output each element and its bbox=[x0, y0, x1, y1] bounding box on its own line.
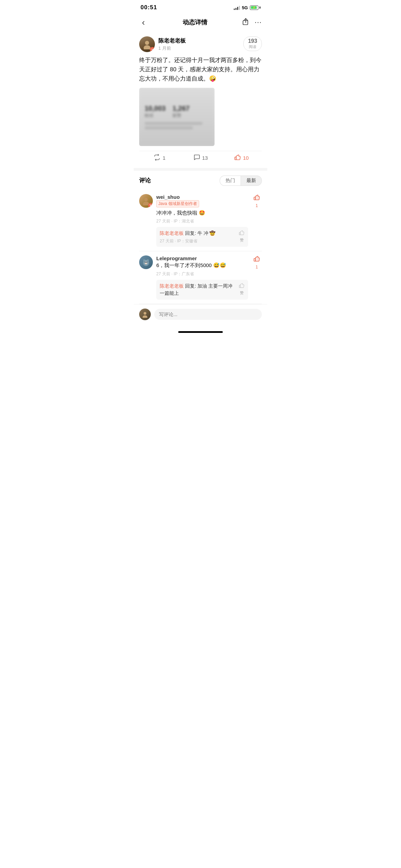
comment-text-2: 6，我一年了才不到5000 😅😅 bbox=[156, 262, 248, 269]
fans-count: 10,003 bbox=[145, 105, 166, 112]
svg-point-15 bbox=[146, 262, 147, 263]
reply-like-label-1: 赞 bbox=[240, 238, 244, 243]
avatar-2-img bbox=[139, 255, 153, 269]
svg-rect-17 bbox=[239, 285, 240, 288]
filter-hot-button[interactable]: 热门 bbox=[220, 176, 241, 186]
comment-username-1: wei_shuo bbox=[156, 194, 248, 200]
more-button[interactable]: ··· bbox=[255, 18, 262, 27]
status-time: 00:51 bbox=[141, 4, 157, 11]
comment-icon bbox=[193, 154, 200, 162]
comment-item: V wei_shuo Java 领域新星创作者 冲冲冲，我也快啦 🤩 27 天前… bbox=[139, 190, 262, 252]
author-avatar[interactable]: V bbox=[139, 36, 155, 52]
reply-body-1: 陈老老老板 回复: 牛 冲 🤠 27 天前 · IP：安徽省 bbox=[160, 230, 236, 244]
like-icon bbox=[234, 154, 241, 162]
reply-like-label-2: 赞 bbox=[240, 290, 244, 296]
comment-tag-1: Java 领域新星创作者 bbox=[156, 200, 199, 207]
likes-stat: 1,267 获赞 bbox=[172, 105, 190, 119]
reply-like-icon-1[interactable] bbox=[239, 230, 245, 238]
fans-label: 粉丝 bbox=[145, 112, 166, 119]
network-type: 5G bbox=[242, 5, 248, 10]
reply-2: 陈老老老板 回复: 加油 主要一周冲一篇能上 赞 bbox=[156, 280, 248, 300]
post-actions: 1 13 10 bbox=[139, 151, 262, 163]
svg-point-6 bbox=[144, 198, 148, 201]
comment-right-1: 1 bbox=[252, 194, 262, 247]
image-text-lines bbox=[145, 122, 209, 129]
svg-point-19 bbox=[144, 312, 146, 315]
svg-rect-8 bbox=[239, 232, 240, 235]
comment-meta-2: 27 天前 · IP：广东省 bbox=[156, 271, 248, 277]
likes-label: 获赞 bbox=[172, 112, 190, 119]
svg-rect-18 bbox=[254, 258, 255, 261]
svg-point-3 bbox=[144, 45, 150, 49]
current-user-avatar bbox=[139, 309, 151, 320]
svg-point-20 bbox=[143, 315, 147, 318]
battery-icon: ⚡ bbox=[250, 5, 260, 10]
status-icons: 5G ⚡ bbox=[234, 5, 260, 10]
svg-point-2 bbox=[145, 41, 149, 45]
write-comment-bar bbox=[134, 304, 267, 328]
filter-new-button[interactable]: 最新 bbox=[241, 176, 262, 186]
comments-section: 评论 热门 最新 V wei_shuo Java 领域新星创作者 冲冲冲，我也快… bbox=[134, 171, 267, 304]
home-bar bbox=[178, 331, 223, 333]
comments-header: 评论 热门 最新 bbox=[139, 171, 262, 190]
likes-count: 1,267 bbox=[172, 105, 190, 112]
comment-button[interactable]: 13 bbox=[180, 154, 221, 162]
read-count-badge: 193 阅读 bbox=[243, 36, 262, 51]
comments-title: 评论 bbox=[139, 177, 151, 184]
share-icon bbox=[242, 18, 250, 25]
reply-body-2: 陈老老老板 回复: 加油 主要一周冲一篇能上 bbox=[160, 282, 236, 297]
reply-like-2: 赞 bbox=[239, 282, 245, 296]
post-image[interactable]: 10,003 粉丝 1,267 获赞 bbox=[139, 88, 215, 146]
comment-username-2: Leleprogrammer bbox=[156, 255, 248, 261]
image-stats: 10,003 粉丝 1,267 获赞 bbox=[145, 105, 209, 119]
post-image-inner: 10,003 粉丝 1,267 获赞 bbox=[139, 88, 215, 146]
share-button[interactable] bbox=[242, 18, 250, 27]
comment-like-icon-2[interactable] bbox=[253, 255, 260, 264]
read-number: 193 bbox=[248, 38, 257, 44]
svg-point-14 bbox=[145, 262, 146, 263]
comment-avatar-2[interactable] bbox=[139, 255, 153, 269]
comments-filter: 热门 最新 bbox=[220, 176, 262, 186]
reply-like-icon-2[interactable] bbox=[239, 282, 245, 290]
post-card: V 陈老老老板 1 月前 193 阅读 终于万粉了。还记得十月一我才两百多粉，到… bbox=[134, 32, 267, 168]
home-indicator bbox=[134, 328, 267, 334]
author-text-info: 陈老老老板 1 月前 bbox=[158, 37, 186, 51]
comment-like-icon-1[interactable] bbox=[253, 194, 260, 202]
author-info: V 陈老老老板 1 月前 bbox=[139, 36, 186, 52]
comment-count: 13 bbox=[202, 155, 208, 161]
page-title: 动态详情 bbox=[183, 18, 207, 26]
svg-point-16 bbox=[145, 263, 147, 264]
repost-count: 1 bbox=[162, 155, 165, 161]
like-button[interactable]: 10 bbox=[221, 154, 262, 162]
back-button[interactable]: ‹ bbox=[139, 16, 148, 28]
repost-icon bbox=[154, 154, 160, 162]
comment-body-1: wei_shuo Java 领域新星创作者 冲冲冲，我也快啦 🤩 27 天前 ·… bbox=[156, 194, 248, 247]
comment-item-2: Leleprogrammer 6，我一年了才不到5000 😅😅 27 天前 · … bbox=[139, 251, 262, 304]
svg-rect-9 bbox=[254, 197, 255, 200]
comment-text-1: 冲冲冲，我也快啦 🤩 bbox=[156, 209, 248, 217]
verified-badge-1: V bbox=[148, 203, 153, 208]
nav-actions: ··· bbox=[242, 18, 262, 27]
post-time: 1 月前 bbox=[158, 45, 186, 51]
verified-badge: V bbox=[150, 47, 155, 52]
reply-1: 陈老老老板 回复: 牛 冲 🤠 27 天前 · IP：安徽省 赞 bbox=[156, 227, 248, 247]
comment-avatar-1[interactable]: V bbox=[139, 194, 153, 208]
post-header: V 陈老老老板 1 月前 193 阅读 bbox=[139, 36, 262, 52]
signal-icon bbox=[234, 5, 240, 10]
post-content: 终于万粉了。还记得十月一我才两百多粉，到今天正好过了 80 天，感谢大家的支持。… bbox=[139, 56, 262, 84]
reply-like-1: 赞 bbox=[239, 230, 245, 243]
reply-text-1: 陈老老老板 回复: 牛 冲 🤠 bbox=[160, 230, 236, 237]
comment-meta-1: 27 天前 · IP：湖北省 bbox=[156, 218, 248, 224]
reply-author-2: 陈老老老板 bbox=[160, 283, 184, 289]
read-label: 阅读 bbox=[249, 44, 256, 49]
comment-input[interactable] bbox=[154, 309, 262, 320]
comment-like-count-2: 1 bbox=[256, 265, 258, 269]
reply-meta-1: 27 天前 · IP：安徽省 bbox=[160, 238, 236, 244]
author-name: 陈老老老板 bbox=[158, 37, 186, 45]
svg-rect-5 bbox=[235, 157, 236, 160]
status-bar: 00:51 5G ⚡ bbox=[134, 0, 267, 13]
svg-rect-0 bbox=[243, 21, 248, 25]
repost-button[interactable]: 1 bbox=[139, 154, 180, 162]
reply-text-2: 陈老老老板 回复: 加油 主要一周冲一篇能上 bbox=[160, 282, 236, 297]
fans-stat: 10,003 粉丝 bbox=[145, 105, 166, 119]
